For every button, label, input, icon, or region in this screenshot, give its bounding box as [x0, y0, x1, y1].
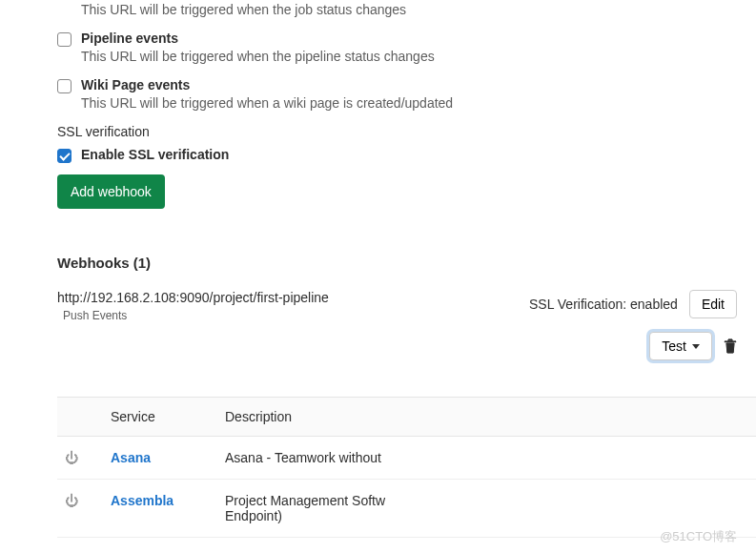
service-desc: Project Management Softw Endpoint): [217, 480, 756, 538]
service-link-asana[interactable]: Asana: [111, 450, 151, 465]
table-row: ⏻ Assembla Project Management Softw Endp…: [57, 480, 756, 538]
ssl-enable-label: Enable SSL verification: [81, 147, 229, 162]
event-desc: This URL will be triggered when a wiki p…: [81, 95, 756, 111]
add-webhook-button[interactable]: Add webhook: [57, 174, 165, 209]
checkbox-wiki-events[interactable]: [57, 79, 72, 93]
checkbox-pipeline-events[interactable]: [57, 32, 72, 47]
table-header-empty: [57, 398, 103, 437]
webhooks-header: Webhooks (1): [57, 255, 756, 271]
event-title: Pipeline events: [81, 31, 178, 46]
caret-down-icon: [692, 344, 700, 349]
test-button-label: Test: [662, 338, 686, 354]
ssl-status: SSL Verification: enabled: [529, 297, 678, 312]
table-row: ⏻ Asana Asana - Teamwork without: [57, 437, 756, 480]
checkbox-enable-ssl[interactable]: [57, 149, 72, 163]
webhook-url: http://192.168.2.108:9090/project/first-…: [57, 290, 529, 305]
edit-button[interactable]: Edit: [689, 290, 737, 318]
event-title: Wiki Page events: [81, 77, 190, 92]
webhook-row: http://192.168.2.108:9090/project/first-…: [57, 290, 756, 322]
event-item-job: This URL will be triggered when the job …: [57, 2, 756, 17]
service-link-assembla[interactable]: Assembla: [111, 493, 174, 508]
test-button[interactable]: Test: [649, 332, 712, 360]
event-item-pipeline: Pipeline events This URL will be trigger…: [57, 31, 756, 64]
event-item-wiki: Wiki Page events This URL will be trigge…: [57, 77, 756, 111]
table-header-description: Description: [217, 398, 756, 437]
services-table: Service Description ⏻ Asana Asana - Team…: [57, 397, 756, 538]
power-icon: ⏻: [65, 450, 78, 465]
ssl-section-label: SSL verification: [57, 124, 756, 139]
table-header-service: Service: [103, 398, 217, 437]
power-icon: ⏻: [65, 493, 78, 508]
service-desc: Asana - Teamwork without: [217, 437, 756, 480]
event-desc: This URL will be triggered when the job …: [81, 2, 756, 17]
webhook-tag: Push Events: [63, 309, 529, 322]
event-desc: This URL will be triggered when the pipe…: [81, 49, 756, 64]
trash-icon[interactable]: [724, 338, 737, 354]
